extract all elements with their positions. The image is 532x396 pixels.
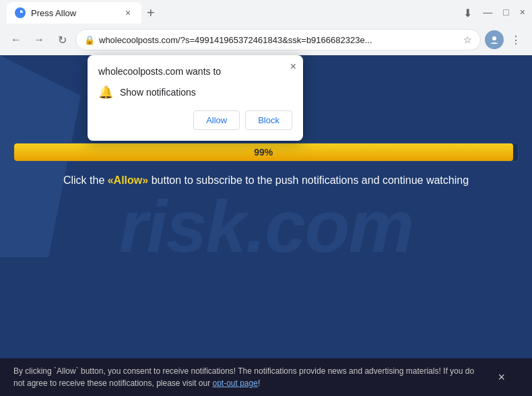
- download-icon[interactable]: ⬇: [463, 7, 472, 20]
- instructions-text: Click the «Allow» button to subscribe to…: [13, 173, 519, 188]
- instruction-prefix: Click the: [63, 174, 108, 186]
- tab-favicon: [15, 7, 26, 18]
- progress-label: 99%: [254, 147, 273, 158]
- minimize-button[interactable]: —: [483, 7, 492, 20]
- bottom-bar-text: By clicking `Allow` button, you consent …: [13, 365, 487, 389]
- bottom-bar-close-button[interactable]: ×: [498, 368, 505, 387]
- browser-chrome: Press Allow × + ⬇ — □ × ← → ↻ 🔒 wholecoo…: [0, 0, 532, 55]
- security-lock-icon: 🔒: [84, 35, 95, 45]
- back-button[interactable]: ←: [7, 30, 26, 49]
- popup-notification-row: 🔔 Show notifications: [98, 85, 292, 100]
- title-bar: Press Allow × + ⬇ — □ ×: [0, 0, 532, 26]
- popup-buttons: Allow Block: [98, 110, 292, 130]
- svg-point-1: [492, 36, 496, 40]
- instruction-suffix: button to subscribe to the push notifica…: [148, 174, 469, 186]
- new-tab-button[interactable]: +: [147, 5, 155, 21]
- url-text: wholecoolposts.com/?s=499141965372461843…: [99, 35, 459, 45]
- popup-title: wholecoolposts.com wants to: [98, 66, 292, 77]
- consent-text-suffix: !: [258, 378, 260, 388]
- tab-title: Press Allow: [31, 8, 117, 18]
- forward-button[interactable]: →: [30, 30, 48, 49]
- progress-bar-outer: 99%: [13, 143, 519, 162]
- popup-notification-text: Show notifications: [120, 87, 196, 98]
- progress-section: 99%: [13, 143, 519, 162]
- window-controls: ⬇ — □ ×: [463, 7, 525, 20]
- tab-close-button[interactable]: ×: [123, 7, 133, 18]
- opt-out-link[interactable]: opt-out page: [213, 378, 258, 388]
- profile-button[interactable]: [485, 30, 504, 49]
- block-button[interactable]: Block: [245, 110, 292, 130]
- menu-button[interactable]: ⋮: [506, 30, 525, 49]
- allow-button[interactable]: Allow: [193, 110, 240, 130]
- address-bar: ← → ↻ 🔒 wholecoolposts.com/?s=4991419653…: [0, 26, 532, 55]
- maximize-button[interactable]: □: [503, 7, 508, 20]
- popup-close-button[interactable]: ×: [290, 61, 296, 73]
- reload-button[interactable]: ↻: [53, 30, 71, 49]
- browser-tab[interactable]: Press Allow ×: [7, 2, 141, 24]
- progress-bar-inner: 99%: [14, 143, 513, 161]
- browser-window: Press Allow × + ⬇ — □ × ← → ↻ 🔒 wholecoo…: [0, 0, 532, 396]
- address-bar-input[interactable]: 🔒 wholecoolposts.com/?s=4991419653724618…: [75, 29, 481, 51]
- close-button[interactable]: ×: [520, 7, 525, 20]
- address-bar-icons: ☆: [463, 34, 472, 45]
- watermark-text: risk.com: [119, 183, 413, 269]
- bell-icon: 🔔: [98, 85, 113, 100]
- toolbar-right: ⋮: [485, 30, 525, 49]
- instruction-highlight: «Allow»: [108, 174, 148, 186]
- bottom-bar: By clicking `Allow` button, you consent …: [0, 358, 532, 396]
- notification-popup: × wholecoolposts.com wants to 🔔 Show not…: [88, 55, 303, 141]
- tab-bar: Press Allow × +: [7, 2, 457, 24]
- bookmark-icon[interactable]: ☆: [463, 34, 472, 45]
